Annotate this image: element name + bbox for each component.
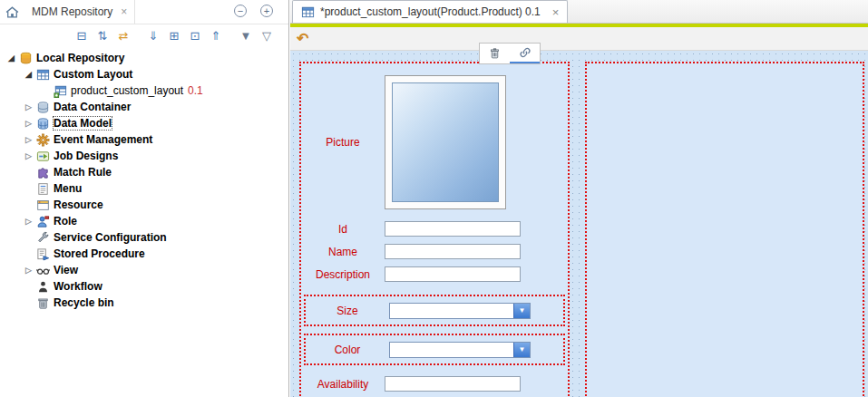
job-designs-icon	[34, 150, 51, 163]
tree-item-data-model[interactable]: ▷Data Model	[0, 115, 288, 131]
form-fields: PictureIdNameDescriptionSize▼Color▼Avail…	[301, 71, 568, 397]
tree-item-menu[interactable]: Menu	[0, 180, 288, 197]
editor-tab[interactable]: *product_custom_layout(Product.Product) …	[292, 0, 568, 23]
tree-item-recycle-bin[interactable]: Recycle bin	[0, 295, 288, 311]
tree-item-label: Recycle bin	[54, 296, 114, 309]
tree-item-event-management[interactable]: ▷Event Management	[0, 131, 288, 148]
tree-item-view[interactable]: ▷View	[0, 262, 288, 278]
tree-item-custom-layout[interactable]: ◢Custom Layout	[0, 66, 288, 82]
tree-item-service-configuration[interactable]: Service Configuration	[0, 229, 288, 246]
name-input[interactable]	[385, 244, 521, 259]
editor-tab-bar: *product_custom_layout(Product.Product) …	[290, 0, 868, 24]
tree-item-label: Event Management	[54, 133, 152, 146]
repository-view-tab[interactable]: MDM Repository ×	[24, 0, 135, 24]
home-icon[interactable]	[5, 4, 21, 20]
tree-item-workflow[interactable]: Workflow	[0, 278, 288, 295]
minimize-view-button[interactable]: −	[234, 5, 247, 17]
field-row-description[interactable]: Description	[301, 263, 568, 286]
tree-item-label: Local Repository	[36, 52, 124, 64]
tree-item-match-rule[interactable]: Match Rule	[0, 164, 288, 180]
tree-item-label: View	[54, 264, 78, 276]
tree-item-label: Workflow	[54, 280, 102, 293]
availability-input[interactable]	[385, 376, 521, 392]
import-item-icon[interactable]: ⇓	[146, 29, 161, 43]
tree-item-product-custom-layout[interactable]: product_custom_layout0.1	[0, 82, 288, 99]
expand-arrow-icon[interactable]: ▷	[23, 135, 34, 144]
role-icon	[34, 215, 51, 228]
link-widget-icon[interactable]	[510, 44, 540, 63]
tree-item-data-container[interactable]: ▷Data Container	[0, 99, 288, 115]
tree-item-label: Stored Procedure	[54, 247, 145, 260]
tree-item-resource[interactable]: Resource	[0, 197, 288, 213]
field-row-name[interactable]: Name	[301, 240, 568, 263]
refresh-icon[interactable]: ⇄	[116, 29, 131, 43]
field-row-availability[interactable]: Availability	[301, 373, 568, 395]
copy-item-icon[interactable]: ⊞	[167, 29, 181, 43]
id-input[interactable]	[385, 221, 521, 237]
tree-item-label: Resource	[54, 198, 103, 211]
panel-header: MDM Repository × − +	[0, 0, 288, 24]
tree-item-label: Match Rule	[54, 166, 112, 179]
field-row-id[interactable]: Id	[301, 218, 568, 240]
combo-arrow-icon[interactable]: ▼	[513, 343, 530, 357]
undo-icon[interactable]: ↶	[297, 32, 308, 46]
synchronize-icon[interactable]: ⇅	[95, 29, 110, 43]
field-row-color: Color▼	[306, 338, 563, 361]
collapse-all-icon[interactable]: ⊟	[74, 29, 89, 43]
view-icon	[34, 264, 51, 277]
tab-close-icon[interactable]: ×	[552, 5, 560, 19]
combo-arrow-icon[interactable]: ▼	[513, 304, 530, 318]
expand-arrow-icon[interactable]: ▷	[23, 151, 34, 160]
view-close-icon[interactable]: ×	[121, 6, 127, 17]
form-panel-widget[interactable]: PictureIdNameDescriptionSize▼Color▼Avail…	[299, 62, 570, 397]
editor-toolbar: ↶	[290, 27, 868, 51]
menu-icon	[34, 182, 51, 196]
picture-widget[interactable]	[385, 75, 506, 209]
expand-arrow-icon[interactable]: ▷	[23, 119, 34, 128]
collapse-arrow-icon[interactable]: ◢	[5, 53, 17, 63]
tree-item-role[interactable]: ▷Role	[0, 213, 288, 229]
view-menu-icon[interactable]: ▽	[259, 29, 274, 43]
expand-arrow-icon[interactable]: ▷	[23, 266, 34, 275]
duplicate-item-icon[interactable]: ⊡	[188, 29, 202, 43]
resource-icon	[34, 198, 51, 212]
expand-arrow-icon[interactable]: ▷	[23, 217, 34, 226]
panel-title: MDM Repository	[32, 5, 112, 18]
repository-tree: ◢Local Repository◢Custom Layoutproduct_c…	[0, 47, 288, 311]
tree-item-label: product_custom_layout	[71, 84, 183, 97]
field-row-picture[interactable]: Picture	[301, 71, 568, 214]
widget-mini-toolbar	[479, 43, 541, 64]
expand-arrow-icon[interactable]: ▷	[23, 102, 34, 111]
description-input[interactable]	[385, 266, 521, 282]
field-row-size: Size▼	[306, 299, 563, 322]
recycle-bin-icon	[34, 296, 51, 310]
tree-item-stored-procedure[interactable]: Stored Procedure	[0, 246, 288, 262]
field-label-size: Size	[306, 305, 389, 317]
event-management-icon	[34, 133, 51, 147]
repository-toolbar: ⊟⇅⇄⇓⊞⊡⇑▼▽	[0, 24, 288, 47]
tree-item-local-repository[interactable]: ◢Local Repository	[0, 50, 288, 66]
application-window: MDM Repository × − + ⊟⇅⇄⇓⊞⊡⇑▼▽ ◢Local Re…	[0, 0, 868, 397]
tree-item-label: Data Model	[54, 117, 112, 130]
collapse-arrow-icon[interactable]: ◢	[23, 70, 34, 79]
combo-value	[390, 343, 513, 357]
color-dropdown[interactable]: ▼	[389, 342, 531, 358]
tree-item-label: Role	[54, 215, 77, 228]
filter-icon[interactable]: ▼	[239, 29, 253, 43]
field-group-color[interactable]: Color▼	[304, 334, 565, 365]
export-item-icon[interactable]: ⇑	[209, 29, 223, 43]
custom-layout-icon	[34, 68, 51, 82]
combo-value	[390, 304, 513, 318]
maximize-view-button[interactable]: +	[260, 5, 273, 17]
field-group-size[interactable]: Size▼	[304, 295, 565, 326]
delete-widget-icon[interactable]	[480, 44, 510, 63]
tree-item-label: Data Container	[54, 101, 131, 113]
data-container-icon	[34, 101, 51, 114]
field-label-picture: Picture	[301, 136, 385, 149]
empty-panel-widget[interactable]	[585, 62, 864, 397]
size-dropdown[interactable]: ▼	[389, 303, 531, 319]
mdm-repository-panel: MDM Repository × − + ⊟⇅⇄⇓⊞⊡⇑▼▽ ◢Local Re…	[0, 0, 289, 397]
field-label-name: Name	[301, 246, 385, 258]
tree-item-job-designs[interactable]: ▷Job Designs	[0, 148, 288, 164]
match-rule-icon	[34, 166, 51, 179]
